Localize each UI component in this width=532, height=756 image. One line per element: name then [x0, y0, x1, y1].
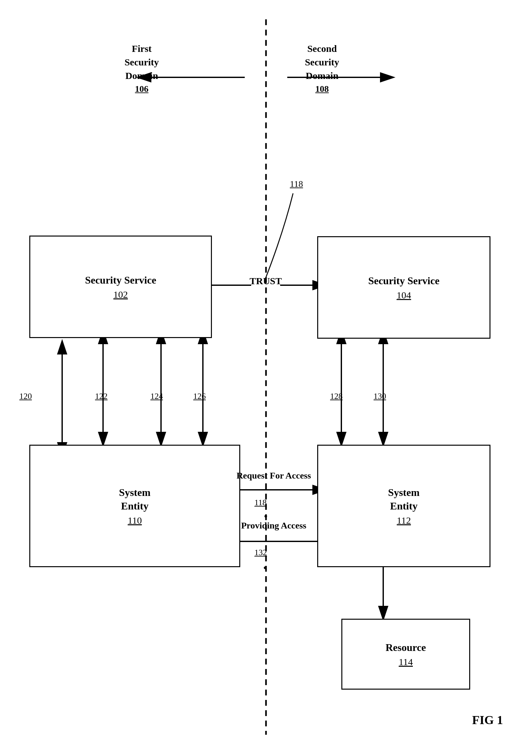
request-access-label: Request For Access	[232, 469, 316, 482]
se110-number: 110	[128, 515, 142, 526]
system-entity-112-box: SystemEntity 112	[317, 445, 491, 567]
label-120: 120	[19, 392, 32, 401]
security-service-104-box: Security Service 104	[317, 236, 491, 339]
first-domain-text: First Security Domain	[103, 42, 180, 83]
system-entity-110-box: SystemEntity 110	[29, 445, 240, 567]
label-118: 118	[254, 498, 266, 507]
se110-label: SystemEntity	[119, 486, 151, 513]
second-domain-label: Second Security Domain 108	[283, 42, 361, 95]
dot-separator-2: •	[264, 562, 267, 573]
ss102-label: Security Service	[85, 274, 156, 287]
label-126: 126	[193, 392, 206, 401]
resource-label: Resource	[386, 641, 426, 655]
first-domain-label: First Security Domain 106	[103, 42, 180, 95]
label-132: 132	[254, 548, 267, 557]
trust-label: TRUST	[225, 276, 306, 286]
fig-label: FIG 1	[472, 713, 503, 727]
label-122: 122	[95, 392, 108, 401]
resource-number: 114	[399, 657, 413, 667]
label-116: 118	[290, 179, 303, 189]
resource-114-box: Resource 114	[342, 619, 470, 689]
ss104-number: 104	[397, 290, 411, 301]
label-124: 124	[150, 392, 163, 401]
ss104-label: Security Service	[368, 274, 439, 288]
second-domain-number: 108	[283, 83, 361, 95]
security-service-102-box: Security Service 102	[29, 235, 212, 338]
providing-access-label: Providing Access	[232, 519, 316, 532]
first-domain-number: 106	[103, 83, 180, 95]
second-domain-text: Second Security Domain	[283, 42, 361, 83]
diagram: First Security Domain 106 Second Securit…	[0, 0, 532, 756]
label-128: 128	[330, 392, 342, 401]
se112-label: SystemEntity	[388, 486, 419, 513]
label-130: 130	[373, 392, 386, 401]
se112-number: 112	[397, 515, 411, 526]
ss102-number: 102	[114, 289, 128, 300]
